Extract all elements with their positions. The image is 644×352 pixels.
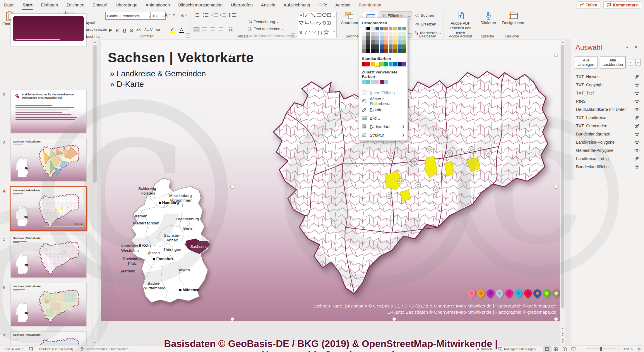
map-pin-icon[interactable] — [551, 288, 561, 299]
strikethrough-button[interactable]: ab — [135, 28, 142, 32]
color-variant-swatch[interactable] — [362, 49, 366, 53]
map-pin-icon[interactable] — [494, 288, 505, 299]
replace-button[interactable]: b Ersetzen⌄ — [415, 22, 440, 26]
selection-pane-item[interactable]: ▷ PINS — [571, 97, 644, 105]
color-variant-swatch[interactable] — [380, 44, 383, 49]
selection-pane-item[interactable]: ▷ TXT_Titel — [571, 89, 644, 97]
color-variant-swatch[interactable] — [389, 49, 393, 53]
color-variant-swatch[interactable] — [398, 49, 401, 53]
language-status[interactable]: Deutsch (Deutschland) — [39, 347, 73, 351]
shapes-gallery[interactable]: A {} ▴▾⊽ — [298, 12, 337, 38]
map-pin-icon[interactable] — [504, 288, 515, 299]
visibility-eye-icon[interactable] — [634, 75, 640, 79]
panel-scroll-up-icon[interactable]: ▲ — [93, 40, 97, 44]
color-variant-swatch[interactable] — [366, 32, 370, 36]
zoom-out-button[interactable]: − — [582, 347, 584, 351]
color-variant-swatch[interactable] — [393, 44, 397, 49]
visibility-eye-icon[interactable] — [634, 148, 640, 153]
zoom-in-button[interactable]: + — [618, 347, 620, 351]
color-variant-swatch[interactable] — [366, 44, 370, 49]
adobe-pdf-button[interactable]: Adobe PDF erstellen und teilen — [446, 11, 475, 35]
menu-tab[interactable]: Entwurf — [88, 0, 112, 10]
map-pins[interactable] — [468, 289, 560, 297]
color-variant-swatch[interactable] — [393, 49, 397, 53]
slideshow-view-button[interactable] — [569, 346, 578, 352]
selection-pane-item[interactable]: ▷ TXT_Hinweis — [571, 73, 644, 81]
color-variant-swatch[interactable] — [384, 49, 388, 53]
color-variant-swatch[interactable] — [398, 36, 401, 40]
map-pin-icon[interactable] — [466, 288, 477, 299]
color-variant-swatch[interactable] — [402, 49, 406, 53]
standard-color-swatch[interactable] — [380, 62, 383, 66]
color-variant-swatch[interactable] — [384, 32, 388, 36]
recent-color-swatch[interactable] — [366, 80, 370, 84]
zoom-slider-thumb[interactable] — [600, 347, 602, 351]
germany-map[interactable]: Schleswig-Holstein Mecklenburg-Vorpommer… — [115, 172, 216, 314]
color-swatch[interactable] — [362, 27, 366, 30]
slide-thumbnail-6[interactable]: Sachsen | Vektorkarte — [11, 283, 86, 326]
zoom-level[interactable]: 123 % — [623, 347, 633, 351]
standard-color-swatch[interactable] — [371, 62, 375, 66]
visibility-eye-icon[interactable] — [634, 83, 640, 87]
comments-button[interactable]: Kommentare — [603, 1, 641, 8]
selection-handle-e[interactable] — [554, 185, 558, 189]
paragraph-dialog-launcher[interactable]: ↘ — [291, 33, 295, 38]
zoom-slider[interactable] — [586, 348, 616, 349]
menu-tab[interactable]: Ansicht — [257, 0, 279, 10]
visibility-eye-icon[interactable] — [634, 107, 640, 112]
gradient-item[interactable]: Farbverlauf ❯ — [359, 122, 407, 131]
underline-button[interactable]: U — [121, 28, 128, 33]
drawing-dialog-launcher[interactable]: ↘ — [407, 33, 412, 38]
selection-pane-item[interactable]: ▷ Bundeslandfläche — [571, 163, 644, 171]
visibility-eye-icon[interactable] — [634, 165, 640, 169]
map-pin-icon[interactable] — [523, 288, 533, 299]
spell-check-icon[interactable] — [29, 347, 34, 351]
share-button[interactable]: Teilen — [577, 1, 600, 8]
color-variant-swatch[interactable] — [375, 44, 379, 49]
map-pin-icon[interactable] — [513, 288, 524, 299]
selection-pane-item[interactable]: ▷ Bundeslandgrenze — [571, 130, 644, 138]
shrink-font-button[interactable]: Aˇ — [173, 13, 178, 17]
menu-tab[interactable]: Animationen — [141, 0, 174, 10]
recent-color-swatch[interactable] — [371, 80, 375, 84]
color-variant-swatch[interactable] — [371, 32, 375, 36]
highlight-color-button[interactable]: 🖉 — [170, 27, 175, 33]
color-variant-swatch[interactable] — [384, 44, 388, 49]
show-all-button[interactable]: Alle anzeigen — [575, 56, 597, 68]
design-ideas-button[interactable]: Designideen — [501, 11, 525, 25]
visibility-eye-icon[interactable] — [634, 132, 640, 136]
arrange-button[interactable]: Anordnen ⌄ — [338, 11, 361, 28]
panel-scroll-down-icon[interactable]: ▼ — [93, 341, 97, 344]
color-variant-swatch[interactable] — [393, 36, 397, 40]
normal-view-button[interactable] — [543, 346, 551, 352]
shadow-button[interactable]: S — [128, 28, 135, 33]
color-variant-swatch[interactable] — [402, 36, 406, 40]
shapes-gallery-scroll[interactable]: ▴▾⊽ — [332, 12, 336, 37]
menu-tab[interactable]: Acrobat — [331, 0, 355, 10]
color-swatch[interactable] — [375, 27, 379, 30]
color-swatch[interactable] — [393, 27, 397, 30]
move-up-button[interactable]: ∧ — [628, 59, 633, 66]
color-variant-swatch[interactable] — [371, 36, 375, 40]
notes-toggle[interactable]: ≡Notizen — [477, 347, 492, 351]
pane-options-chevron[interactable]: ▼ — [626, 46, 629, 49]
color-swatch[interactable] — [384, 27, 388, 30]
visibility-eye-icon[interactable] — [634, 116, 640, 120]
color-variant-swatch[interactable] — [398, 32, 401, 36]
color-variant-swatch[interactable] — [371, 44, 375, 49]
color-variant-swatch[interactable] — [362, 36, 366, 40]
slide-thumbnail-1[interactable] — [11, 13, 86, 46]
selection-pane-item[interactable]: ▷ Deutschlandkarte mit Unterg... — [571, 105, 644, 114]
standard-color-swatch[interactable] — [375, 62, 379, 66]
color-variant-swatch[interactable] — [402, 32, 406, 36]
color-variant-swatch[interactable] — [375, 49, 379, 53]
fit-to-window-button[interactable] — [637, 347, 641, 351]
menu-tab[interactable]: Datei — [0, 0, 18, 10]
standard-color-swatch[interactable] — [389, 62, 393, 66]
texture-item[interactable]: Struktur ❯ — [359, 131, 407, 139]
bold-button[interactable]: F — [107, 28, 114, 33]
move-down-button[interactable]: ∨ — [636, 59, 640, 66]
selection-handle-se[interactable] — [554, 317, 558, 321]
menu-tab[interactable]: Hilfe — [314, 0, 331, 10]
selection-pane-item[interactable]: ▷ TXT_Copyright — [571, 81, 644, 89]
